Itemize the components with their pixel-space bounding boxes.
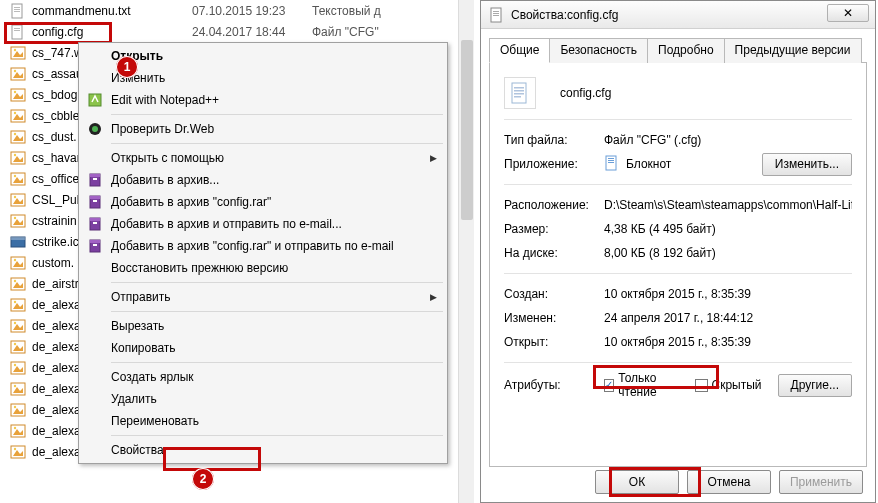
svg-point-56 [14,384,16,386]
menu-item[interactable]: Переименовать [81,410,445,432]
menu-item-label: Свойства [111,443,164,457]
menu-item[interactable]: Отправить▶ [81,286,445,308]
app-icon [604,155,620,174]
scrollbar-thumb[interactable] [461,40,473,220]
svg-point-30 [14,195,16,197]
svg-rect-70 [90,174,100,177]
file-name: config.cfg [32,25,192,39]
filename-input[interactable] [556,82,796,104]
svg-point-62 [14,426,16,428]
menu-item[interactable]: Добавить в архив и отправить по e-mail..… [81,213,445,235]
file-type-icon [504,77,536,109]
file-icon [10,108,26,124]
svg-point-33 [14,216,16,218]
menu-item-label: Добавить в архив "config.rar" [111,195,271,209]
file-date: 07.10.2015 19:23 [192,4,312,18]
label-file-type: Тип файла: [504,133,604,147]
svg-point-21 [14,132,16,134]
menu-separator [111,282,443,283]
other-attributes-button[interactable]: Другие... [778,374,852,397]
readonly-checkbox-wrap[interactable]: Только чтение [604,371,679,399]
tab-previous-versions[interactable]: Предыдущие версии [724,38,862,63]
menu-item[interactable]: Проверить Dr.Web [81,118,445,140]
menu-item[interactable]: Удалить [81,388,445,410]
svg-point-68 [92,126,98,132]
menu-item-label: Добавить в архив... [111,173,219,187]
svg-point-44 [14,300,16,302]
close-button[interactable]: ✕ [827,4,869,22]
file-icon [10,255,26,271]
menu-item[interactable]: Открыть с помощью▶ [81,147,445,169]
file-icon [10,423,26,439]
rar-icon [87,172,103,188]
file-icon [10,297,26,313]
change-app-button[interactable]: Изменить... [762,153,852,176]
file-row[interactable]: commandmenu.txt07.10.2015 19:23Текстовый… [0,0,467,21]
value-file-type: Файл "CFG" (.cfg) [604,133,852,147]
ok-button[interactable]: ОК [595,470,679,494]
svg-point-53 [14,363,16,365]
svg-rect-74 [93,200,97,202]
scrollbar[interactable] [458,0,474,503]
cancel-button[interactable]: Отмена [687,470,771,494]
tab-security[interactable]: Безопасность [549,38,648,63]
svg-point-9 [14,48,16,50]
hidden-checkbox[interactable] [695,379,708,392]
menu-item[interactable]: Копировать [81,337,445,359]
menu-item-label: Edit with Notepad++ [111,93,219,107]
svg-point-27 [14,174,16,176]
menu-separator [111,435,443,436]
file-row[interactable]: config.cfg24.04.2017 18:44Файл "CFG" [0,21,467,42]
submenu-arrow-icon: ▶ [430,153,437,163]
menu-item[interactable]: Добавить в архив... [81,169,445,191]
file-type: Файл "CFG" [312,25,467,39]
menu-separator [111,114,443,115]
menu-item[interactable]: Edit with Notepad++ [81,89,445,111]
svg-rect-84 [493,15,499,16]
menu-item-label: Добавить в архив и отправить по e-mail..… [111,217,342,231]
readonly-label: Только чтение [618,371,678,399]
drweb-icon [87,121,103,137]
menu-item[interactable]: Вырезать [81,315,445,337]
menu-item-label: Создать ярлык [111,370,194,384]
svg-rect-35 [11,237,25,240]
dialog-titlebar: Свойства: config.cfg ✕ [481,1,875,29]
svg-point-47 [14,321,16,323]
svg-rect-93 [608,162,614,163]
file-date: 24.04.2017 18:44 [192,25,312,39]
menu-item[interactable]: Добавить в архив "config.rar" и отправит… [81,235,445,257]
svg-rect-86 [514,87,524,89]
menu-item[interactable]: Создать ярлык [81,366,445,388]
hidden-checkbox-wrap[interactable]: Скрытый [695,378,762,392]
file-icon [10,318,26,334]
value-ondisk: 8,00 КБ (8 192 байт) [604,246,852,260]
svg-rect-77 [93,222,97,224]
menu-item-label: Проверить Dr.Web [111,122,214,136]
svg-point-38 [14,258,16,260]
svg-rect-2 [14,9,20,10]
value-accessed: 10 октября 2015 г., 8:35:39 [604,335,852,349]
readonly-checkbox[interactable] [604,379,614,392]
callout-1: 1 [116,56,138,78]
label-attributes: Атрибуты: [504,378,604,392]
menu-item[interactable]: Восстановить прежнюю версию [81,257,445,279]
apply-button[interactable]: Применить [779,470,863,494]
dialog-title-prefix: Свойства: [511,8,567,22]
file-icon [10,360,26,376]
svg-point-15 [14,90,16,92]
tab-general[interactable]: Общие [489,38,550,63]
svg-point-12 [14,69,16,71]
value-size: 4,38 КБ (4 495 байт) [604,222,852,236]
npp-icon [87,92,103,108]
menu-item[interactable]: Свойства [81,439,445,461]
tab-details[interactable]: Подробно [647,38,725,63]
context-menu: ОткрытьИзменитьEdit with Notepad++Провер… [78,42,448,464]
value-app: Блокнот [626,157,671,171]
rar-icon [87,216,103,232]
svg-rect-3 [14,11,20,12]
menu-item[interactable]: Добавить в архив "config.rar" [81,191,445,213]
file-icon [10,87,26,103]
tabs: Общие Безопасность Подробно Предыдущие в… [489,37,867,63]
file-icon [10,171,26,187]
value-created: 10 октября 2015 г., 8:35:39 [604,287,852,301]
